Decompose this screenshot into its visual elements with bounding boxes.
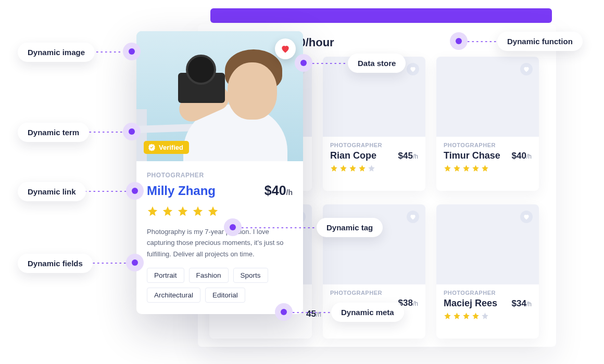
heart-icon [280,44,291,54]
tag[interactable]: Architectural [147,288,200,303]
annotation-dynamic-tag: Dynamic tag [317,218,383,237]
photographer-card[interactable]: PHOTOGRAPHER Maciej Rees $34/h [436,204,539,339]
annotation-dynamic-function: Dynamic function [497,32,583,51]
card-rate: $40/h [512,151,532,161]
heart-icon [409,66,417,73]
favorite-button[interactable] [520,211,533,223]
card-category: PHOTOGRAPHER [330,142,418,148]
card-stars [444,312,532,320]
heart-icon [523,213,530,220]
top-accent-bar [210,8,552,23]
card-stars [330,164,418,172]
verified-icon [148,144,156,151]
tag[interactable]: Editorial [205,288,245,303]
card-thumb [323,204,425,284]
featured-image: Verified [136,31,303,161]
card-category: PHOTOGRAPHER [444,290,532,296]
featured-bio: Photography is my 7-year passion. I love… [147,226,293,259]
annotation-dynamic-link: Dynamic link [18,182,86,201]
star-icon [162,205,173,217]
star-icon [349,164,357,172]
annotation-dot [275,303,293,321]
favorite-button[interactable] [275,38,296,59]
star-icon [472,312,480,320]
star-icon [330,164,338,172]
annotation-dot [295,54,312,72]
star-icon [481,312,489,320]
annotation-dynamic-term: Dynamic term [18,123,89,142]
star-icon [207,205,219,217]
card-category: PHOTOGRAPHER [330,290,418,296]
annotation-dot [224,218,242,236]
card-rate: $45/h [398,151,418,161]
favorite-button[interactable] [407,63,419,75]
star-icon [472,164,480,172]
star-icon [147,205,158,217]
featured-stars [147,205,293,217]
star-icon [192,205,204,217]
annotation-dynamic-image: Dynamic image [18,43,95,62]
verified-label: Verified [159,144,183,151]
star-icon [368,164,375,172]
card-thumb [436,57,539,137]
card-thumb [436,204,539,284]
star-icon [177,205,188,217]
favorite-button[interactable] [407,211,419,223]
annotation-dot [126,254,144,271]
star-icon [444,164,451,172]
photographer-card[interactable]: PHOTOGRAPHER Timur Chase $40/h [436,57,539,191]
favorite-button[interactable] [520,63,533,75]
annotation-dot [123,43,141,60]
annotation-dynamic-meta: Dynamic meta [331,303,404,322]
featured-tags: Portrait Fashion Sports Architectural Ed… [147,268,293,303]
photographer-card[interactable]: PHOTOGRAPHER Rian Cope $45/h [323,57,425,191]
annotation-dot [123,123,141,140]
star-icon [462,312,470,320]
card-name[interactable]: Rian Cope [330,150,376,161]
annotation-data-store: Data store [348,54,406,73]
annotation-dot [126,182,144,200]
tag[interactable]: Fashion [189,268,229,283]
annotation-dynamic-fields: Dynamic fields [18,254,93,273]
tag[interactable]: Sports [233,268,268,283]
heart-icon [523,66,530,73]
star-icon [453,164,461,172]
featured-name-link[interactable]: Milly Zhang [147,184,216,198]
card-stars [444,164,532,172]
star-icon [481,164,489,172]
heart-icon [409,213,417,220]
card-name[interactable]: Maciej Rees [444,298,497,309]
card-rate-peek: 45/h [306,309,321,319]
featured-category: PHOTOGRAPHER [147,172,293,179]
tag[interactable]: Portrait [147,268,184,283]
annotation-dot [450,32,468,50]
card-rate: $34/h [512,298,532,309]
featured-rate: $40/h [265,183,293,198]
star-icon [462,164,470,172]
star-icon [453,312,461,320]
star-icon [358,164,366,172]
star-icon [444,312,451,320]
card-category: PHOTOGRAPHER [444,142,532,148]
verified-badge: Verified [144,141,189,154]
star-icon [339,164,347,172]
card-name[interactable]: Timur Chase [444,150,500,161]
featured-card[interactable]: Verified PHOTOGRAPHER Milly Zhang $40/h … [136,31,303,314]
